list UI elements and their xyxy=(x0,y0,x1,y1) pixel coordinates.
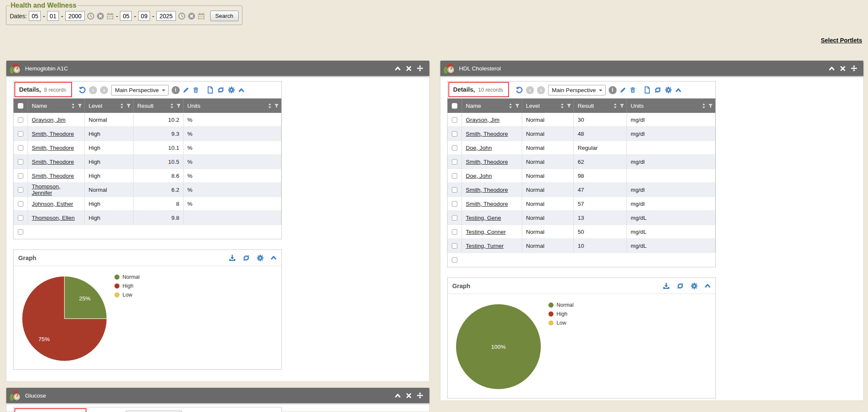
patient-name-link[interactable]: Thompson, Ellen xyxy=(32,215,75,221)
table-row[interactable]: Grayson, Jim Normal 30 mg/dl xyxy=(448,113,715,127)
table-row[interactable]: Smith, Theodore High 8.6 % xyxy=(14,169,281,183)
new-record-button[interactable] xyxy=(643,86,651,94)
table-row[interactable]: Smith, Theodore High 9.3 % xyxy=(14,127,281,141)
row-checkbox[interactable] xyxy=(452,257,457,263)
select-all-checkbox[interactable] xyxy=(18,103,23,109)
patient-name-link[interactable]: Grayson, Jim xyxy=(466,117,500,123)
column-header[interactable]: Name xyxy=(462,98,522,113)
row-checkbox[interactable] xyxy=(452,187,457,193)
patient-name-link[interactable]: Testing, Turner xyxy=(466,243,504,249)
patient-name-link[interactable]: Thompson, Jennifer xyxy=(32,183,81,196)
filter-icon[interactable] xyxy=(78,103,82,109)
sort-icon[interactable] xyxy=(508,103,513,109)
portlet-titlebar[interactable]: HDL Cholesterol xyxy=(440,61,863,76)
patient-name-link[interactable]: Smith, Theodore xyxy=(32,173,74,179)
next-button[interactable]: › xyxy=(537,86,545,94)
row-checkbox[interactable] xyxy=(18,201,23,207)
refresh-button[interactable] xyxy=(242,254,250,262)
info-button[interactable]: i xyxy=(609,86,617,94)
to-month-field[interactable] xyxy=(120,11,132,21)
table-row[interactable]: Smith, Theodore High 10.5 % xyxy=(14,155,281,169)
patient-name-link[interactable]: Doe, John xyxy=(466,145,492,151)
refresh-button[interactable] xyxy=(654,86,662,94)
table-row[interactable]: Johnson, Esther High 8 % xyxy=(14,197,281,211)
patient-name-link[interactable]: Testing, Gene xyxy=(466,215,501,221)
undo-button[interactable] xyxy=(515,86,523,94)
from-clear-button[interactable] xyxy=(97,12,104,20)
collapse-section-button[interactable] xyxy=(270,255,277,261)
patient-name-link[interactable]: Testing, Conner xyxy=(466,229,506,235)
filter-icon[interactable] xyxy=(567,103,571,109)
move-handle[interactable] xyxy=(417,65,423,72)
patient-name-link[interactable]: Smith, Theodore xyxy=(466,201,508,207)
sort-icon[interactable] xyxy=(120,103,124,109)
select-all-checkbox[interactable] xyxy=(452,103,457,109)
row-checkbox[interactable] xyxy=(452,145,457,151)
table-row[interactable]: Testing, Conner Normal 50 mg/dL xyxy=(448,225,715,239)
row-checkbox[interactable] xyxy=(452,243,457,249)
table-row[interactable]: Smith, Theodore Normal 57 mg/dl xyxy=(448,197,715,211)
row-checkbox[interactable] xyxy=(452,131,457,137)
row-checkbox[interactable] xyxy=(18,215,23,221)
patient-name-link[interactable]: Doe, John xyxy=(466,173,492,179)
to-day-field[interactable] xyxy=(138,11,150,21)
from-day-field[interactable] xyxy=(47,11,59,21)
new-record-button[interactable] xyxy=(206,86,214,94)
collapse-button[interactable] xyxy=(395,65,401,72)
refresh-button[interactable] xyxy=(217,86,225,94)
close-button[interactable] xyxy=(406,392,412,399)
row-checkbox[interactable] xyxy=(452,215,457,221)
refresh-button[interactable] xyxy=(676,282,684,290)
patient-name-link[interactable]: Smith, Theodore xyxy=(32,159,74,165)
download-button[interactable] xyxy=(228,254,236,262)
to-year-field[interactable] xyxy=(156,11,176,21)
patient-name-link[interactable]: Johnson, Esther xyxy=(32,201,73,207)
next-button[interactable]: › xyxy=(100,86,108,94)
row-checkbox[interactable] xyxy=(18,229,23,235)
patient-name-link[interactable]: Smith, Theodore xyxy=(466,187,508,193)
row-checkbox[interactable] xyxy=(452,159,457,165)
perspective-select[interactable]: Main Perspective xyxy=(548,85,606,95)
move-handle[interactable] xyxy=(851,65,857,72)
table-row[interactable]: Smith, Theodore High 10.1 % xyxy=(14,141,281,155)
delete-button[interactable] xyxy=(629,87,636,93)
info-button[interactable]: i xyxy=(172,86,180,94)
select-portlets-link[interactable]: Select Portlets xyxy=(821,37,862,44)
collapse-button[interactable] xyxy=(395,392,401,399)
column-header[interactable]: Level xyxy=(85,98,134,113)
search-button[interactable]: Search xyxy=(210,11,239,21)
to-clear-button[interactable] xyxy=(188,12,195,20)
table-row[interactable]: Grayson, Jim Normal 10.2 % xyxy=(14,113,281,127)
sort-icon[interactable] xyxy=(560,103,565,109)
row-checkbox[interactable] xyxy=(18,159,23,165)
patient-name-link[interactable]: Smith, Theodore xyxy=(32,131,74,137)
collapse-button[interactable] xyxy=(829,65,835,72)
to-calendar-button[interactable] xyxy=(198,12,205,20)
patient-name-link[interactable]: Smith, Theodore xyxy=(32,145,74,151)
perspective-select[interactable] xyxy=(125,411,182,412)
patient-name-link[interactable]: Grayson, Jim xyxy=(32,117,66,123)
collapse-section-button[interactable] xyxy=(704,283,711,289)
from-time-button[interactable] xyxy=(87,12,95,20)
collapse-section-button[interactable] xyxy=(238,87,245,93)
from-year-field[interactable] xyxy=(65,11,85,21)
sort-icon[interactable] xyxy=(613,103,618,109)
table-row[interactable]: Thompson, Jennifer Normal 6.2 % xyxy=(14,183,281,197)
close-button[interactable] xyxy=(840,65,846,72)
edit-button[interactable] xyxy=(620,87,626,93)
delete-button[interactable] xyxy=(192,87,199,93)
table-row[interactable]: Testing, Gene Normal 13 mg/dL xyxy=(448,211,715,225)
table-row[interactable]: Doe, John Normal Regular xyxy=(448,141,715,155)
row-checkbox[interactable] xyxy=(18,145,23,151)
sort-icon[interactable] xyxy=(267,103,272,109)
sort-icon[interactable] xyxy=(71,103,75,109)
settings-button[interactable] xyxy=(256,254,264,262)
column-header[interactable]: Units xyxy=(627,98,715,113)
row-checkbox[interactable] xyxy=(452,173,457,179)
from-calendar-button[interactable] xyxy=(106,12,114,20)
row-checkbox[interactable] xyxy=(18,187,23,193)
column-header[interactable]: Result xyxy=(134,98,184,113)
perspective-select[interactable]: Main Perspective xyxy=(111,85,169,95)
patient-name-link[interactable]: Smith, Theodore xyxy=(466,131,508,137)
filter-icon[interactable] xyxy=(708,103,713,109)
